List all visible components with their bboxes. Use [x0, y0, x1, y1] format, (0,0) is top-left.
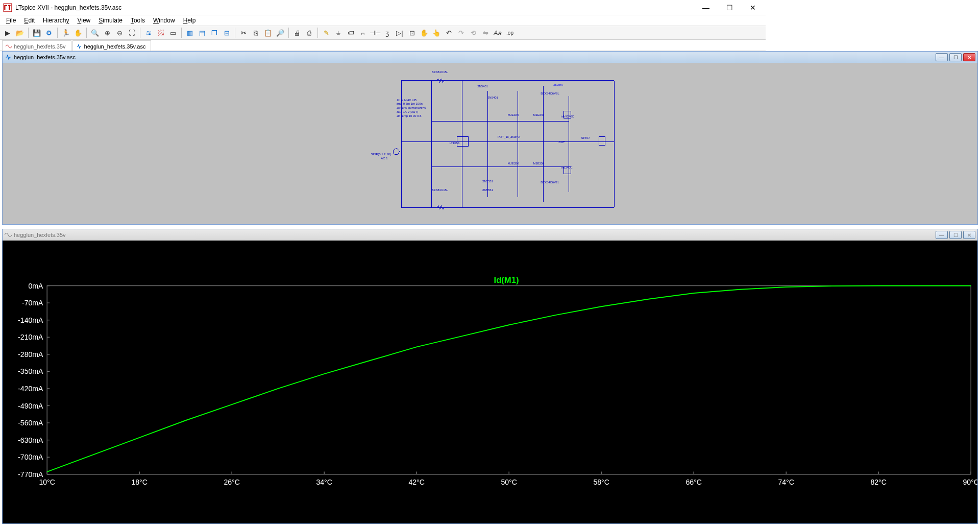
svg-text:SPKR: SPKR — [581, 136, 590, 139]
tb-redo[interactable]: ↷ — [455, 27, 467, 38]
schematic-title: hegglun_hexfets.35v.asc — [14, 54, 766, 60]
ltspice-icon — [3, 3, 12, 12]
tb-save[interactable]: 💾 — [31, 27, 42, 38]
svg-text:irfp9240C: irfp9240C — [561, 115, 575, 118]
tb-mirror[interactable]: ⇋ — [480, 27, 491, 38]
tb-undo[interactable]: ↶ — [443, 27, 454, 38]
tb-zoom-in[interactable]: 🔍 — [89, 27, 101, 38]
svg-point-15 — [393, 149, 399, 155]
tb-print[interactable]: 🖨 — [291, 27, 303, 38]
tb-run-sim[interactable]: 🏃 — [60, 27, 71, 38]
tab-label: hegglun_hexfets.35v.asc — [84, 43, 146, 50]
menu-file[interactable]: File — [2, 16, 20, 25]
svg-text:BZX84C15L: BZX84C15L — [432, 188, 449, 192]
tb-find[interactable]: 🔎 — [275, 27, 286, 38]
wave-icon — [6, 43, 12, 50]
minimize-button[interactable]: — — [694, 0, 718, 15]
wave-icon — [5, 231, 12, 238]
maximize-button[interactable]: ☐ — [718, 0, 741, 15]
tb-tile-v[interactable]: ▤ — [197, 27, 208, 38]
tb-inductor[interactable]: ʒ — [382, 27, 393, 38]
tb-move[interactable]: ✋ — [419, 27, 430, 38]
menu-simulate[interactable]: Simulate — [94, 16, 127, 25]
schematic-titlebar[interactable]: hegglun_hexfets.35v.asc — ☐ ✕ — [3, 52, 766, 63]
close-button[interactable]: ✕ — [741, 0, 765, 15]
menu-edit[interactable]: Edit — [20, 16, 39, 25]
spice-directive: ;tran 0 6m 1m 100n — [396, 102, 423, 105]
svg-text:-70mA: -70mA — [22, 299, 43, 307]
svg-text:-280mA: -280mA — [18, 350, 43, 358]
spice-directive: .options plotwinsize=0 — [396, 106, 426, 109]
tb-spice-directive[interactable]: .op — [504, 27, 516, 38]
svg-text:-140mA: -140mA — [18, 316, 43, 324]
tb-pan[interactable]: ⊕ — [102, 27, 113, 38]
sch-icon — [76, 43, 82, 50]
svg-text:MJE340: MJE340 — [533, 113, 545, 116]
tb-label[interactable]: 🏷 — [345, 27, 356, 38]
schematic-svg: .lib MINI4X.LIB ;tran 0 6m 1m 100n .opti… — [3, 63, 766, 224]
svg-text:2N5401: 2N5401 — [487, 96, 499, 99]
tb-copy[interactable]: ⎘ — [250, 27, 261, 38]
svg-text:2N5551: 2N5551 — [482, 180, 494, 183]
spice-directive: .four 1K V(OUT) — [396, 110, 418, 113]
tb-resistor[interactable]: ⏛ — [357, 27, 369, 38]
svg-text:BZX84C6V8L: BZX84C6V8L — [541, 92, 559, 95]
tb-paste[interactable]: 📋 — [262, 27, 274, 38]
svg-text:-490mA: -490mA — [18, 402, 43, 410]
menubar: File Edit Hierarchy View Simulate Tools … — [0, 15, 766, 26]
waveform-window[interactable]: hegglun_hexfets.35v — ☐ ✕ 0mA-70mA-140mA… — [2, 229, 766, 411]
menu-window[interactable]: Window — [149, 16, 179, 25]
svg-text:0mA: 0mA — [28, 282, 43, 290]
window-title: LTspice XVII - hegglun_hexfets.35v.asc — [15, 4, 694, 11]
spice-directive: .dc temp 10 90 0.5 — [396, 114, 422, 117]
sch-icon — [5, 54, 12, 61]
tab-waveform[interactable]: hegglun_hexfets.35v — [2, 40, 71, 51]
tab-label: hegglun_hexfets.35v — [14, 43, 66, 50]
tb-wire[interactable]: ✎ — [321, 27, 332, 38]
tb-select[interactable]: ▭ — [167, 27, 179, 38]
waveform-titlebar[interactable]: hegglun_hexfets.35v — ☐ ✕ — [3, 229, 766, 241]
window-titlebar: LTspice XVII - hegglun_hexfets.35v.asc —… — [0, 0, 766, 15]
tb-halt[interactable]: ✋ — [72, 27, 84, 38]
trace-label: Id(M1) — [494, 275, 519, 285]
tb-pick[interactable]: ⛆ — [155, 27, 166, 38]
tb-zoom-fit[interactable]: ⛶ — [126, 27, 137, 38]
svg-rect-38 — [47, 286, 766, 411]
document-tabs: hegglun_hexfets.35v hegglun_hexfets.35v.… — [0, 40, 766, 51]
tb-zoom-out[interactable]: ⊖ — [114, 27, 125, 38]
waveform-title: hegglun_hexfets.35v — [14, 232, 766, 238]
menu-view[interactable]: View — [73, 16, 94, 25]
svg-text:2N5551: 2N5551 — [482, 188, 494, 192]
spice-directive: .lib MINI4X.LIB — [396, 99, 416, 102]
tb-autorange[interactable]: ≋ — [143, 27, 154, 38]
tb-ground[interactable]: ⏚ — [333, 27, 344, 38]
tb-component[interactable]: ⊡ — [406, 27, 418, 38]
svg-text:2N5401: 2N5401 — [477, 85, 488, 88]
plot-canvas[interactable]: 0mA-70mA-140mA-210mA-280mA-350mA-420mA-4… — [3, 241, 766, 411]
mdi-workspace: hegglun_hexfets.35v.asc — ☐ ✕ — [2, 51, 766, 411]
tb-capacitor[interactable]: ⊣⊢ — [370, 27, 381, 38]
schematic-canvas[interactable]: .lib MINI4X.LIB ;tran 0 6m 1m 100n .opti… — [3, 63, 766, 224]
tb-printsetup[interactable]: ⎙ — [304, 27, 315, 38]
menu-hierarchy[interactable]: Hierarchy — [39, 16, 73, 25]
tb-text[interactable]: Aa — [492, 27, 503, 38]
tb-tile-h[interactable]: ▥ — [184, 27, 195, 38]
svg-text:LT1056: LT1056 — [450, 141, 460, 145]
tb-diode[interactable]: ▷| — [394, 27, 405, 38]
svg-text:MJE350: MJE350 — [508, 162, 520, 165]
tab-schematic[interactable]: hegglun_hexfets.35v.asc — [72, 40, 152, 51]
menu-help[interactable]: Help — [179, 16, 200, 25]
svg-text:-420mA: -420mA — [18, 385, 43, 393]
svg-text:250mA: 250mA — [553, 83, 563, 86]
tb-closeall[interactable]: ⊟ — [221, 27, 232, 38]
tb-drag[interactable]: 👆 — [431, 27, 442, 38]
source-label: SINE(0 1.2 1K) — [371, 153, 391, 156]
tb-run[interactable]: ▶ — [2, 27, 13, 38]
tb-cascade[interactable]: ❐ — [209, 27, 220, 38]
tb-rotate[interactable]: ⟲ — [468, 27, 479, 38]
tb-open[interactable]: 📂 — [14, 27, 26, 38]
schematic-window[interactable]: hegglun_hexfets.35v.asc — ☐ ✕ — [2, 51, 766, 225]
tb-cut[interactable]: ✂ — [238, 27, 249, 38]
menu-tools[interactable]: Tools — [127, 16, 149, 25]
tb-control[interactable]: ⚙ — [43, 27, 55, 38]
